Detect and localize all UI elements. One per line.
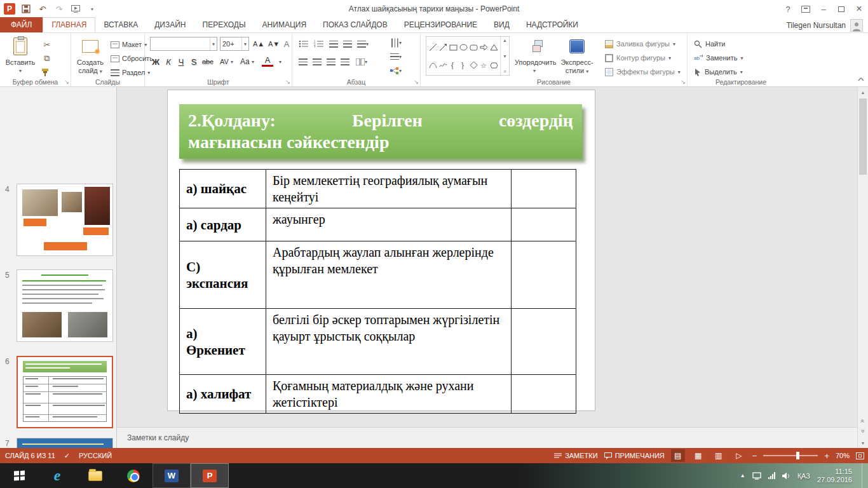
shapes-scroll-down-icon[interactable]: ▼	[503, 54, 507, 58]
zoom-in-button[interactable]: +	[824, 451, 829, 461]
new-slide-button[interactable]: Создать слайд ▾	[72, 36, 108, 76]
answer-cell[interactable]	[512, 375, 576, 414]
shape-item-scribble[interactable]	[439, 61, 447, 69]
character-spacing-button[interactable]: AV ▾	[219, 55, 234, 69]
text-shadow-button[interactable]: S	[188, 55, 200, 69]
align-center-button[interactable]	[311, 55, 323, 69]
italic-button[interactable]: К	[163, 55, 174, 69]
comments-toggle-button[interactable]: ПРИМЕЧАНИЯ	[604, 452, 665, 459]
tab-file[interactable]: ФАЙЛ	[0, 17, 43, 32]
network-icon[interactable]	[768, 472, 775, 479]
definition-cell[interactable]: Арабтардың жаулап алынған жерлерінде құр…	[266, 241, 512, 309]
reading-view-button[interactable]: ▥	[712, 449, 726, 462]
slide-canvas[interactable]: 2.Қолдану: Берілген сөздердің мағынасын …	[168, 90, 595, 410]
columns-button[interactable]: ▾	[355, 55, 369, 69]
tab-home[interactable]: ГЛАВНАЯ	[43, 17, 95, 32]
shape-item-ellipse[interactable]	[459, 43, 468, 51]
term-cell[interactable]: а) халифат	[180, 375, 266, 414]
font-name-combo[interactable]: ▾	[150, 37, 217, 51]
zoom-out-button[interactable]: −	[752, 451, 757, 461]
taskbar-chrome-button[interactable]	[114, 463, 153, 488]
shape-item-hexagon[interactable]	[490, 61, 498, 69]
justify-button[interactable]	[339, 55, 351, 69]
close-button[interactable]: ×	[850, 0, 868, 18]
tab-slideshow[interactable]: ПОКАЗ СЛАЙДОВ	[315, 17, 396, 32]
quick-styles-button[interactable]: Экспресс- стили ▾	[557, 36, 597, 76]
normal-view-button[interactable]: ▤	[671, 449, 685, 462]
bold-button[interactable]: Ж	[150, 55, 161, 69]
align-text-button[interactable]: ▾	[389, 50, 403, 64]
matching-table[interactable]: а) шайқас Бір мемлекеттің географиялық а…	[179, 169, 576, 414]
taskbar-internet-explorer-button[interactable]: e	[38, 463, 76, 488]
shape-item-arrow[interactable]	[439, 43, 447, 51]
answer-cell[interactable]	[512, 170, 576, 208]
term-cell[interactable]: а) Өркениет	[180, 309, 266, 375]
slide-thumbnail-7[interactable]	[17, 438, 113, 448]
hidden-icons-chevron[interactable]: ▲	[740, 473, 745, 478]
increase-indent-button[interactable]	[342, 37, 353, 51]
shape-item-rounded-rectangle[interactable]	[470, 43, 478, 51]
bullets-button[interactable]	[297, 37, 310, 51]
previous-slide-button[interactable]: «	[858, 415, 868, 425]
slide-sorter-view-button[interactable]: ▦	[691, 449, 705, 462]
shape-effects-button[interactable]: Эффекты фигуры▾	[605, 66, 681, 78]
paste-button[interactable]: Вставить ▾	[3, 36, 38, 75]
start-slideshow-icon[interactable]	[70, 3, 81, 15]
fit-slide-to-window-button[interactable]	[856, 452, 864, 459]
taskbar-word-button[interactable]: W	[153, 463, 191, 488]
copy-button[interactable]: ⧉	[41, 52, 53, 65]
tab-insert[interactable]: ВСТАВКА	[95, 17, 146, 32]
layout-button[interactable]: Макет▾	[111, 38, 147, 51]
shapes-scroll-up-icon[interactable]: ▲	[503, 38, 507, 43]
slideshow-view-button[interactable]: ▷	[732, 449, 746, 462]
shape-item-curve[interactable]	[429, 61, 437, 69]
scroll-up-arrow[interactable]: ▲	[858, 87, 868, 97]
shape-item-right-arrow[interactable]	[480, 43, 488, 51]
zoom-percentage[interactable]: 70%	[836, 452, 850, 459]
line-spacing-button[interactable]: ▾	[356, 37, 370, 51]
format-painter-button[interactable]	[41, 66, 50, 79]
save-icon[interactable]	[20, 3, 32, 15]
slide-thumbnail-5[interactable]	[17, 269, 113, 342]
undo-icon[interactable]: ↶	[37, 3, 48, 15]
drawing-dialog-launcher[interactable]: ↘	[681, 79, 686, 85]
zoom-slider[interactable]	[763, 455, 818, 456]
redo-icon[interactable]: ↷	[53, 3, 65, 15]
spellcheck-icon[interactable]: ✓	[64, 452, 70, 460]
shape-item-star[interactable]: ☆	[480, 61, 488, 69]
shapes-more-icon[interactable]: ≡	[503, 69, 506, 74]
underline-button[interactable]: Ч	[175, 55, 187, 69]
zoom-slider-handle[interactable]	[796, 452, 799, 459]
change-case-button[interactable]: Aa ▾	[239, 55, 255, 69]
minimize-button[interactable]: –	[815, 0, 832, 18]
answer-cell[interactable]	[512, 241, 576, 309]
find-button[interactable]: Найти	[694, 38, 725, 50]
ribbon-display-options-button[interactable]	[797, 0, 815, 18]
strikethrough-button[interactable]: abc	[201, 55, 215, 69]
vertical-scrollbar[interactable]: ▲ « « ▼	[857, 87, 868, 448]
font-color-button[interactable]: А	[262, 55, 273, 67]
shape-item-line[interactable]	[429, 43, 437, 51]
definition-cell[interactable]: Бір мемлекеттің географиялық аумағын кең…	[266, 170, 512, 208]
taskbar-powerpoint-button[interactable]: P	[191, 463, 229, 488]
answer-cell[interactable]	[512, 208, 576, 241]
clipboard-dialog-launcher[interactable]: ↘	[64, 79, 69, 85]
paragraph-dialog-launcher[interactable]: ↘	[414, 79, 419, 85]
scroll-down-arrow[interactable]: ▼	[858, 438, 868, 448]
select-button[interactable]: Выделить▾	[694, 66, 743, 78]
show-desktop-button[interactable]	[862, 463, 865, 488]
term-cell[interactable]: а) шайқас	[180, 170, 266, 208]
font-dialog-launcher[interactable]: ↘	[285, 79, 290, 85]
tab-view[interactable]: ВИД	[485, 17, 518, 32]
tab-design[interactable]: ДИЗАЙН	[146, 17, 194, 32]
shape-fill-button[interactable]: Заливка фигуры▾	[605, 38, 675, 50]
increase-font-button[interactable]: A▲	[252, 37, 266, 51]
tab-transitions[interactable]: ПЕРЕХОДЫ	[194, 17, 254, 32]
align-left-button[interactable]	[297, 55, 309, 69]
shape-item-rectangle[interactable]	[449, 43, 458, 51]
clear-formatting-button[interactable]: A	[281, 37, 292, 51]
notes-toggle-button[interactable]: ЗАМЕТКИ	[554, 452, 598, 459]
slide-title-banner[interactable]: 2.Қолдану: Берілген сөздердің мағынасын …	[179, 104, 582, 159]
definition-cell[interactable]: Қоғамның материалдық және рухани жетісті…	[266, 375, 512, 414]
decrease-indent-button[interactable]	[328, 37, 339, 51]
